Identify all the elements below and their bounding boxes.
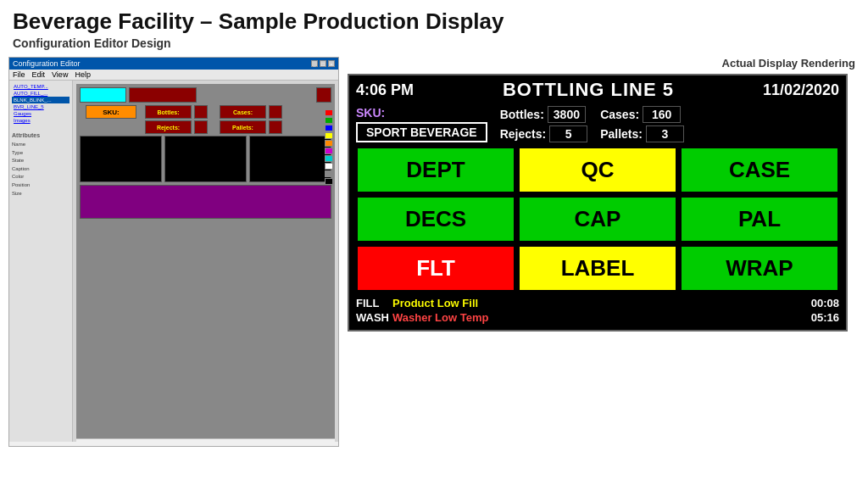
bottles-value: 3800 <box>548 106 586 123</box>
sidebar-item[interactable]: Images <box>12 117 70 124</box>
dc-black-block-1 <box>80 136 162 182</box>
alarm-message-wash: Washer Low Temp <box>392 311 804 324</box>
alarms-section: FILL Product Low Fill 00:08 WASH Washer … <box>349 294 846 330</box>
button-grid: DEPT QC CASE DECS CAP PAL FLT LABEL WRAP <box>349 144 846 294</box>
display-header: 4:06 PM BOTTLING LINE 5 11/02/2020 <box>349 75 846 104</box>
sidebar-item[interactable]: BVR_LINE_5 <box>12 103 70 110</box>
sidebar-item[interactable]: AUTO_FILL_... <box>12 90 70 97</box>
sidebar-item[interactable]: BLNK_BLINK_... <box>12 97 70 103</box>
grid-btn-flt[interactable]: FLT <box>356 245 515 292</box>
sku-name-value: SPORT BEVERAGE <box>356 122 487 142</box>
grid-btn-case[interactable]: CASE <box>680 147 839 193</box>
config-editor-window: Configuration Editor _ □ × File Edit Vie… <box>8 57 339 447</box>
actual-display: 4:06 PM BOTTLING LINE 5 11/02/2020 SKU: … <box>348 74 848 332</box>
dc-rejects-label: Rejects: <box>145 120 192 134</box>
dc-sku-label: SKU: <box>86 105 136 119</box>
alarm-row-wash: WASH Washer Low Temp 05:16 <box>356 311 839 324</box>
dc-cyan-block <box>80 87 126 103</box>
bottles-label: Bottles: <box>500 108 544 121</box>
dc-pallets-label: Pallets: <box>220 120 266 134</box>
grid-btn-label[interactable]: LABEL <box>518 245 677 292</box>
dc-black-block-3 <box>249 136 331 182</box>
pallets-value: 3 <box>646 125 684 142</box>
minimize-button[interactable]: _ <box>311 60 318 67</box>
page-subtitle: Configuration Editor Design <box>0 36 868 57</box>
menu-view[interactable]: View <box>52 70 68 79</box>
dc-darkred-block <box>129 87 197 103</box>
window-menubar: File Edit View Help <box>9 70 338 81</box>
dc-darkred-sm <box>316 87 331 103</box>
color-palette <box>325 109 333 185</box>
display-time: 4:06 PM <box>356 81 414 99</box>
actual-display-label: Actual Display Rendering <box>348 57 860 70</box>
dc-maroon-sm3 <box>269 105 282 119</box>
dc-maroon-sm4 <box>194 120 208 134</box>
alarm-row-fill: FILL Product Low Fill 00:08 <box>356 297 839 309</box>
grid-btn-dept[interactable]: DEPT <box>356 147 515 193</box>
dc-cases-label: Cases: <box>220 105 266 119</box>
cases-value: 160 <box>643 106 681 123</box>
grid-btn-qc[interactable]: QC <box>518 147 677 193</box>
config-sidebar: AUTO_TEMP... AUTO_FILL_... BLNK_BLINK_..… <box>9 81 73 442</box>
grid-btn-wrap[interactable]: WRAP <box>680 245 839 292</box>
alarm-time-wash: 05:16 <box>811 311 839 324</box>
dc-maroon-sm2 <box>194 105 208 119</box>
alarm-message-fill: Product Low Fill <box>392 297 804 309</box>
design-canvas: SKU: Bottles: Cases: Rejects: <box>73 81 338 442</box>
close-button[interactable]: × <box>328 60 335 67</box>
alarm-station-wash: WASH <box>356 311 386 324</box>
alarm-station-fill: FILL <box>356 297 386 309</box>
attributes-panel: Attributes NameBVR_LINE_5 StateNormal Ca… <box>76 438 335 442</box>
rejects-value: 5 <box>549 125 587 142</box>
alarm-time-fill: 00:08 <box>811 297 839 309</box>
rejects-label: Rejects: <box>500 127 546 141</box>
grid-btn-cap[interactable]: CAP <box>518 196 677 242</box>
sidebar-item[interactable]: AUTO_TEMP... <box>12 83 70 90</box>
window-titlebar: Configuration Editor _ □ × <box>9 58 338 70</box>
dc-black-block-2 <box>164 136 247 182</box>
dc-maroon-sm5 <box>269 120 282 134</box>
dc-purple-block <box>80 185 331 219</box>
display-stats-row: SKU: SPORT BEVERAGE Bottles: 3800 Reject… <box>349 104 846 144</box>
maximize-button[interactable]: □ <box>320 60 326 67</box>
grid-btn-decs[interactable]: DECS <box>356 196 515 242</box>
menu-file[interactable]: File <box>13 70 25 79</box>
actual-display-container: Actual Display Rendering 4:06 PM BOTTLIN… <box>348 57 860 447</box>
sidebar-item[interactable]: Gauges <box>12 110 70 117</box>
menu-edit[interactable]: Edit <box>32 70 46 79</box>
menu-help[interactable]: Help <box>75 70 91 79</box>
pallets-label: Pallets: <box>600 127 643 141</box>
display-title: BOTTLING LINE 5 <box>503 79 674 101</box>
cases-label: Cases: <box>600 108 639 121</box>
grid-btn-pal[interactable]: PAL <box>680 196 839 242</box>
page-title: Beverage Facility – Sample Production Di… <box>0 0 868 36</box>
dc-bottles-label: Bottles: <box>145 105 192 119</box>
sku-label: SKU: <box>356 106 385 120</box>
display-date: 11/02/2020 <box>763 81 839 99</box>
